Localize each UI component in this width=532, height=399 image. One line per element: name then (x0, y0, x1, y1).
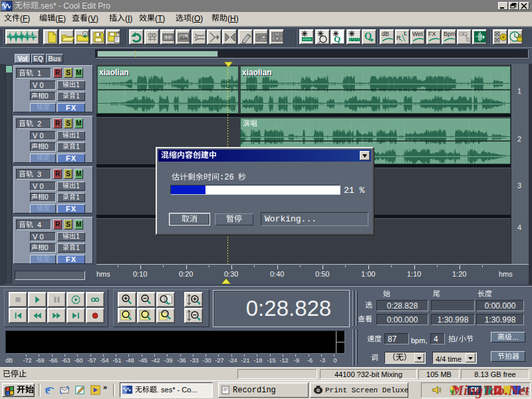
svg-text:dB: dB (382, 31, 389, 37)
svg-text:FX: FX (428, 31, 436, 37)
svg-text:Wet: Wet (412, 31, 423, 37)
svg-text:e: e (45, 384, 50, 396)
svg-text:R: R (396, 35, 401, 41)
svg-text:Bpm: Bpm (444, 31, 456, 37)
svg-text:Q: Q (334, 34, 340, 44)
